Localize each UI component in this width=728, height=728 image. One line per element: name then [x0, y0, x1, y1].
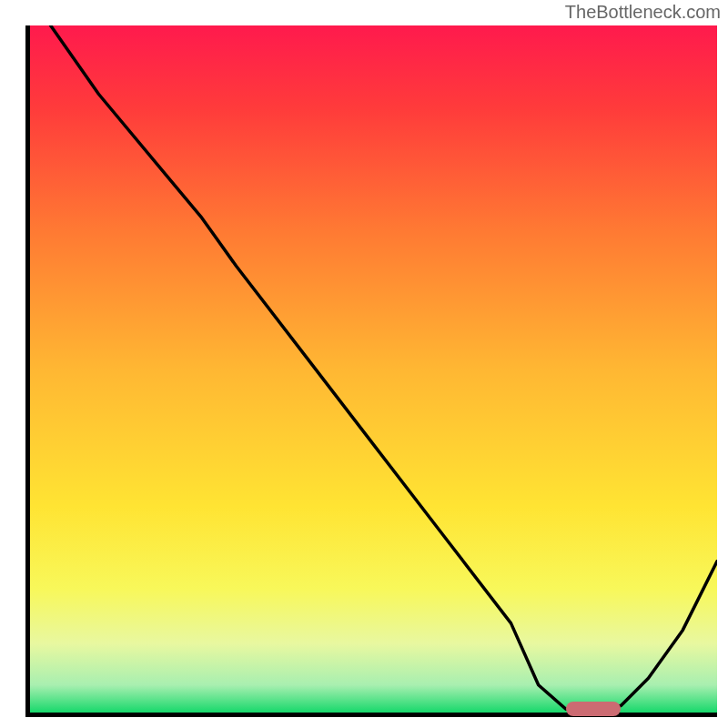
watermark-text: TheBottleneck.com — [565, 2, 721, 23]
optimal-marker — [566, 702, 621, 716]
plot-area — [25, 25, 717, 717]
chart-line — [30, 25, 717, 713]
